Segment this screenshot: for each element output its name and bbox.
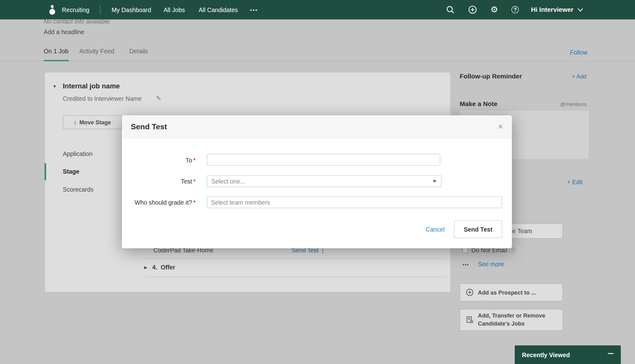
app-canvas: Recruiting My Dashboard All Jobs All Can… [0, 0, 635, 364]
grade-label: Who should grade it?* [122, 199, 196, 206]
select-placeholder: Select one... [211, 178, 245, 184]
greenhouse-logo-icon[interactable] [47, 4, 58, 16]
chevron-down-icon [578, 8, 583, 11]
test-select[interactable]: Select one... [207, 175, 441, 187]
nav-item-all-jobs[interactable]: All Jobs [164, 6, 185, 13]
help-icon[interactable]: ? [512, 6, 519, 14]
brand-label[interactable]: Recruiting [62, 6, 89, 13]
navbar-divider [100, 5, 100, 14]
required-asterisk: * [193, 199, 196, 206]
nav-more-button[interactable]: ••• [250, 7, 258, 13]
close-icon[interactable]: × [498, 122, 503, 131]
cancel-link[interactable]: Cancel [426, 226, 445, 233]
help-question-mark: ? [512, 6, 519, 14]
to-label: To* [122, 157, 196, 163]
nav-item-my-dashboard[interactable]: My Dashboard [112, 6, 151, 13]
user-menu[interactable]: Hi Interviewer [531, 6, 583, 14]
grade-input[interactable] [207, 196, 502, 208]
test-label: Test* [122, 178, 196, 184]
top-navbar: Recruiting My Dashboard All Jobs All Can… [0, 0, 635, 20]
to-input[interactable] [207, 154, 440, 166]
minimize-icon[interactable] [608, 353, 613, 354]
send-test-button[interactable]: Send Test [454, 220, 502, 238]
send-test-modal: Send Test × To* Test* Select one... Who … [122, 115, 512, 248]
required-asterisk: * [193, 178, 196, 184]
greeting-label: Hi Interviewer [531, 6, 573, 14]
search-icon[interactable] [446, 5, 455, 14]
modal-header: Send Test × [122, 115, 512, 138]
chevron-down-icon [433, 180, 437, 183]
recently-viewed-bar[interactable]: Recently Viewed [515, 345, 621, 364]
settings-gear-icon[interactable]: ⚙ [491, 6, 498, 14]
recently-viewed-title: Recently Viewed [522, 351, 608, 358]
nav-item-all-candidates[interactable]: All Candidates [199, 6, 238, 13]
required-asterisk: * [193, 157, 196, 163]
modal-title: Send Test [131, 122, 498, 131]
add-icon[interactable] [468, 5, 477, 14]
